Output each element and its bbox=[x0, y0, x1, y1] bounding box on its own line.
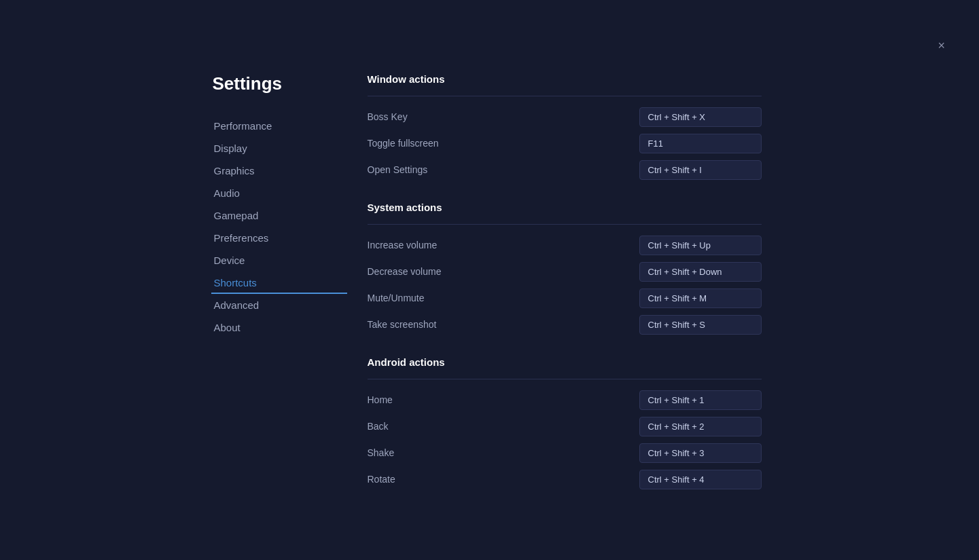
shortcut-input-back[interactable] bbox=[639, 417, 762, 436]
shortcuts-sections: Window actionsBoss KeyToggle fullscreenO… bbox=[368, 73, 762, 489]
page-title: Settings bbox=[211, 73, 347, 94]
shortcut-label-decrease-volume: Decrease volume bbox=[368, 266, 442, 277]
shortcut-label-increase-volume: Increase volume bbox=[368, 240, 438, 250]
shortcut-input-boss-key[interactable] bbox=[639, 107, 762, 127]
content-area: Window actionsBoss KeyToggle fullscreenO… bbox=[347, 73, 768, 494]
sidebar-item-shortcuts[interactable]: Shortcuts bbox=[211, 272, 347, 294]
shortcut-label-mute-unmute: Mute/Unmute bbox=[368, 293, 425, 303]
shortcut-label-open-settings: Open Settings bbox=[368, 164, 428, 175]
shortcut-input-increase-volume[interactable] bbox=[639, 236, 762, 255]
sidebar-item-performance[interactable]: Performance bbox=[211, 115, 347, 137]
sidebar-item-preferences[interactable]: Preferences bbox=[211, 227, 347, 249]
shortcut-row-mute-unmute: Mute/Unmute bbox=[368, 288, 762, 308]
shortcut-row-boss-key: Boss Key bbox=[368, 107, 762, 127]
shortcut-input-take-screenshot[interactable] bbox=[639, 315, 762, 335]
section-divider-system-actions bbox=[368, 224, 762, 225]
sidebar: Settings PerformanceDisplayGraphicsAudio… bbox=[211, 73, 347, 494]
shortcut-label-shake: Shake bbox=[368, 447, 395, 458]
shortcut-row-shake: Shake bbox=[368, 443, 762, 463]
sidebar-item-device[interactable]: Device bbox=[211, 249, 347, 272]
shortcut-input-decrease-volume[interactable] bbox=[639, 262, 762, 282]
close-button[interactable]: × bbox=[938, 39, 945, 52]
section-android-actions: Android actionsHomeBackShakeRotate bbox=[368, 356, 762, 489]
shortcut-row-open-settings: Open Settings bbox=[368, 160, 762, 180]
sidebar-item-audio[interactable]: Audio bbox=[211, 182, 347, 204]
section-title-window-actions: Window actions bbox=[368, 73, 762, 85]
shortcut-input-shake[interactable] bbox=[639, 443, 762, 463]
shortcut-input-toggle-fullscreen[interactable] bbox=[639, 134, 762, 153]
shortcut-label-back: Back bbox=[368, 421, 389, 432]
shortcut-input-rotate[interactable] bbox=[639, 470, 762, 489]
sidebar-item-advanced[interactable]: Advanced bbox=[211, 294, 347, 316]
section-system-actions: System actionsIncrease volumeDecrease vo… bbox=[368, 202, 762, 335]
shortcut-input-mute-unmute[interactable] bbox=[639, 288, 762, 308]
shortcut-label-rotate: Rotate bbox=[368, 474, 395, 485]
shortcut-input-open-settings[interactable] bbox=[639, 160, 762, 180]
shortcut-row-take-screenshot: Take screenshot bbox=[368, 315, 762, 335]
shortcut-row-increase-volume: Increase volume bbox=[368, 236, 762, 255]
sidebar-item-display[interactable]: Display bbox=[211, 137, 347, 160]
section-window-actions: Window actionsBoss KeyToggle fullscreenO… bbox=[368, 73, 762, 180]
shortcut-label-take-screenshot: Take screenshot bbox=[368, 319, 437, 330]
sidebar-item-graphics[interactable]: Graphics bbox=[211, 160, 347, 182]
sidebar-nav: PerformanceDisplayGraphicsAudioGamepadPr… bbox=[211, 115, 347, 339]
shortcut-label-home: Home bbox=[368, 394, 393, 405]
shortcut-input-home[interactable] bbox=[639, 390, 762, 410]
section-title-android-actions: Android actions bbox=[368, 356, 762, 368]
section-divider-android-actions bbox=[368, 379, 762, 379]
shortcut-row-toggle-fullscreen: Toggle fullscreen bbox=[368, 134, 762, 153]
section-title-system-actions: System actions bbox=[368, 202, 762, 213]
shortcut-row-back: Back bbox=[368, 417, 762, 436]
shortcut-label-boss-key: Boss Key bbox=[368, 111, 408, 122]
shortcut-label-toggle-fullscreen: Toggle fullscreen bbox=[368, 138, 439, 149]
sidebar-item-about[interactable]: About bbox=[211, 316, 347, 339]
section-divider-window-actions bbox=[368, 96, 762, 96]
shortcut-row-decrease-volume: Decrease volume bbox=[368, 262, 762, 282]
shortcut-row-home: Home bbox=[368, 390, 762, 410]
settings-container: Settings PerformanceDisplayGraphicsAudio… bbox=[211, 46, 768, 515]
shortcut-row-rotate: Rotate bbox=[368, 470, 762, 489]
sidebar-item-gamepad[interactable]: Gamepad bbox=[211, 204, 347, 227]
